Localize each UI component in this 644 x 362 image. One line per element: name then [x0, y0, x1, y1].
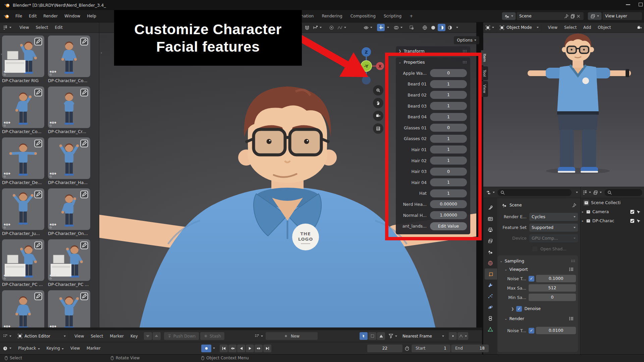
overlays-icon[interactable] [392, 24, 404, 31]
asset-item[interactable]: ◆▦◆◇DP-Character_De... [2, 137, 44, 186]
current-frame-field[interactable]: 22 [367, 345, 402, 352]
timeline-type-icon[interactable] [3, 346, 8, 351]
asset-menu-view[interactable]: View [16, 24, 32, 31]
asset-item[interactable]: ◆▦◆◇DP-Character_Co... [2, 86, 44, 135]
asset-item[interactable]: ◆▦◆◇DP-Character_PC ... [2, 239, 44, 288]
edit-asset-icon[interactable] [80, 241, 89, 250]
next-keyframe-button[interactable] [255, 345, 263, 352]
pin-icon[interactable] [572, 203, 577, 208]
asset-thumbnail[interactable]: ◆▦◆◇ [48, 188, 90, 230]
workspace-tab-scripting[interactable]: Scripting [380, 12, 406, 20]
asset-thumbnail[interactable]: ◆▦◆◇ [2, 137, 44, 179]
select-tool-toggle[interactable] [360, 332, 368, 340]
proportional-editing-icon[interactable] [303, 24, 311, 31]
viewport-menu-object[interactable]: Object [594, 24, 614, 31]
timeline-menu-marker[interactable]: Marker [83, 345, 104, 352]
property-value-field[interactable]: 1 [430, 189, 467, 197]
asset-item[interactable]: ◆▦◆◇DP-Character_PC ... [48, 239, 90, 288]
asset-item[interactable]: ◆▦◆◇DP-Character_On... [48, 188, 90, 237]
viewport-menu-add[interactable]: Add [580, 24, 594, 31]
tool-properties-tab[interactable] [483, 202, 497, 213]
shading-rendered-icon[interactable] [446, 24, 454, 31]
editor-type-icon[interactable] [485, 25, 490, 30]
data-properties-tab[interactable] [483, 324, 497, 335]
editor-mode-selector[interactable]: Action Editor [15, 332, 68, 340]
orthographic-view-icon[interactable] [373, 123, 383, 134]
warning-icon[interactable] [377, 332, 385, 340]
playback-menu[interactable]: Playback [15, 345, 43, 352]
asset-item[interactable]: ◆▦◆◇DP-Character_Co... [48, 36, 90, 84]
edit-asset-icon[interactable] [34, 292, 43, 301]
asset-thumbnail[interactable]: ◆▦◆◇ [48, 239, 90, 281]
asset-thumbnail[interactable]: ◆▦◆◇ [2, 36, 44, 77]
grip-icon[interactable] [463, 60, 468, 65]
edit-asset-icon[interactable] [34, 37, 43, 46]
workspace-tab-item[interactable]: + [406, 12, 417, 20]
property-value-field[interactable]: 1 [430, 145, 467, 154]
menu-render[interactable]: Render [40, 12, 61, 20]
outliner-item[interactable]: ▸DP-Charac [581, 216, 644, 225]
property-value-field[interactable]: 0 [430, 69, 467, 77]
feature-set-dropdown[interactable]: Supported [529, 224, 578, 232]
properties-panel-header[interactable]: ⌄Properties [396, 57, 470, 67]
menu-file[interactable]: File [12, 12, 25, 20]
toolbar-expand-chevron[interactable]: › [101, 51, 102, 55]
property-value-field[interactable]: 1 [430, 135, 467, 143]
edit-asset-icon[interactable] [34, 190, 43, 199]
keying-menu[interactable]: Keying [43, 345, 67, 352]
edit-asset-icon[interactable] [80, 88, 89, 97]
properties-editor-type-icon[interactable] [486, 190, 491, 195]
object-properties-tab[interactable] [485, 268, 497, 280]
shading-material-icon[interactable] [438, 24, 445, 31]
menu-edit[interactable]: Edit [25, 12, 40, 20]
viewport-subpanel-header[interactable]: ⌄Viewport [500, 265, 576, 274]
view-layer-selector[interactable]: View Layer [602, 12, 642, 20]
asset-item[interactable]: ◆▦◆◇DP-Character_Cr... [48, 86, 90, 135]
dope-menu-select[interactable]: Select [87, 333, 106, 340]
max-samples-value[interactable]: 512 [529, 284, 576, 292]
breadcrumb[interactable]: Scene [509, 203, 522, 207]
outliner-filter-icon[interactable] [593, 190, 598, 195]
expand-icon[interactable]: ▸ [582, 210, 586, 214]
mode-selector[interactable]: Object Mode [497, 23, 541, 32]
unlink-scene-icon[interactable] [576, 14, 581, 19]
asset-menu-edit[interactable]: Edit [52, 24, 66, 31]
push-down-button[interactable]: Push Down [164, 332, 199, 340]
open-shading-checkbox[interactable] [532, 246, 538, 252]
property-value-field[interactable]: 1 [430, 91, 467, 99]
n-panel-tab-tool[interactable]: Tool [481, 66, 488, 80]
render-engine-dropdown[interactable]: Cycles [529, 213, 578, 221]
property-value-field[interactable]: 1 [430, 113, 467, 121]
checkbox-icon[interactable] [630, 219, 635, 223]
keying-dropdown[interactable] [213, 348, 215, 349]
pin-icon[interactable] [564, 14, 569, 19]
property-value-field[interactable]: 1 [430, 80, 467, 88]
action-icon[interactable] [254, 334, 259, 339]
edit-value-button[interactable]: Edit Value [430, 222, 467, 230]
camera-view-icon[interactable] [373, 111, 383, 121]
previous-keyframe-button[interactable] [228, 345, 236, 352]
n-panel-tab-item[interactable]: Item [481, 50, 488, 65]
workspace-tab-rendering[interactable]: Rendering [318, 12, 346, 20]
viewport-options-button[interactable]: Options [454, 36, 479, 44]
asset-thumbnail[interactable]: ◆▦◆◇ [48, 290, 90, 327]
edit-asset-icon[interactable] [34, 139, 43, 148]
output-properties-tab[interactable] [483, 224, 497, 235]
properties-search-input[interactable] [497, 189, 572, 196]
dope-menu-view[interactable]: View [71, 333, 87, 340]
menu-window[interactable]: Window [61, 12, 84, 20]
preset-icon[interactable] [569, 267, 574, 272]
asset-thumbnail[interactable]: ◆▦◆◇ [2, 86, 44, 128]
viewport-corner-icon[interactable] [637, 25, 642, 30]
expand-icon[interactable]: ▸ [582, 219, 586, 223]
view-layer-type-icon[interactable] [588, 12, 602, 20]
move-channel-up-button[interactable] [153, 332, 161, 340]
sampling-panel-header[interactable]: ⌄Sampling [500, 257, 576, 265]
asset-thumbnail[interactable]: ◆▦◆◇ [2, 239, 44, 281]
asset-item[interactable]: ◆▦◆◇DP-Character_Ha... [48, 137, 90, 186]
asset-menu-select[interactable]: Select [32, 24, 51, 31]
frame-end-field[interactable]: End18 [451, 345, 489, 352]
shading-solid-icon[interactable] [429, 24, 437, 31]
property-value-field[interactable]: 1 [430, 102, 467, 110]
gizmos-dropdown[interactable] [387, 27, 389, 28]
